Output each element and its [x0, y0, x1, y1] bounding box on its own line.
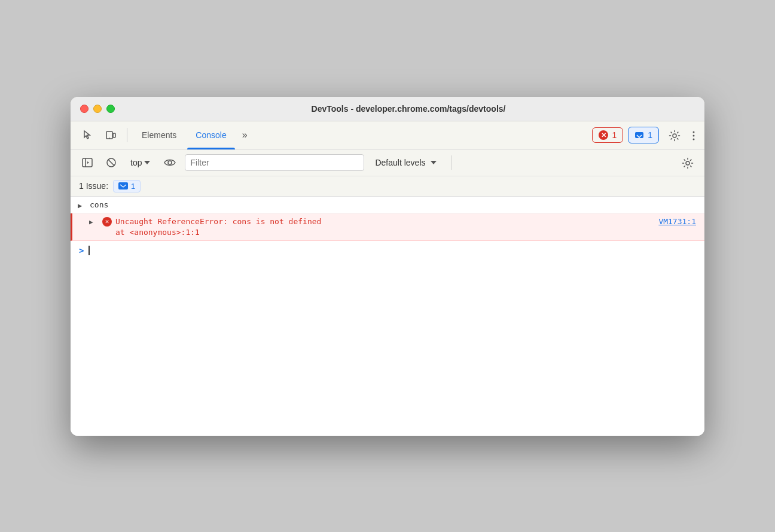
console-prompt: > — [79, 246, 84, 255]
svg-point-4 — [673, 134, 676, 137]
sidebar-icon — [82, 157, 93, 168]
svg-rect-1 — [113, 133, 115, 137]
console-gear-icon — [682, 157, 694, 169]
error-count-button[interactable]: ✕ 1 — [592, 127, 623, 143]
close-button[interactable] — [80, 105, 89, 113]
separator-2 — [451, 155, 451, 170]
svg-line-12 — [108, 160, 114, 166]
levels-dropdown-icon — [431, 161, 437, 164]
traffic-lights — [80, 105, 115, 113]
more-tabs-button[interactable]: » — [237, 126, 252, 144]
console-settings-button[interactable] — [678, 154, 697, 171]
svg-rect-0 — [106, 132, 112, 139]
maximize-button[interactable] — [106, 105, 115, 113]
devtools-window: DevTools - developer.chrome.com/tags/dev… — [71, 97, 704, 436]
console-input-row: > — [71, 241, 704, 260]
error-row-main: ✕ Uncaught ReferenceError: cons is not d… — [102, 217, 696, 227]
block-icon — [106, 157, 117, 168]
svg-point-6 — [693, 134, 695, 136]
cursor-icon — [83, 130, 93, 140]
log-text: cons — [90, 200, 108, 209]
issues-bar: 1 Issue: 1 — [71, 176, 704, 197]
settings-button[interactable] — [664, 125, 685, 145]
svg-marker-10 — [87, 161, 89, 164]
tab-elements[interactable]: Elements — [133, 121, 185, 149]
device-toolbar-button[interactable] — [100, 126, 121, 144]
gear-icon — [669, 130, 681, 142]
error-circle-badge: ✕ — [102, 217, 112, 227]
window-title: DevTools - developer.chrome.com/tags/dev… — [122, 104, 695, 114]
error-expand-icon[interactable]: ▶ — [89, 218, 93, 226]
svg-point-14 — [686, 161, 689, 165]
select-element-button[interactable] — [78, 126, 98, 144]
clear-console-button[interactable] — [102, 154, 121, 171]
error-stack: at <anonymous>:1:1 — [102, 228, 696, 237]
issues-badge-button[interactable]: 1 — [113, 180, 141, 192]
message-count-button[interactable]: 1 — [628, 127, 659, 143]
filter-input[interactable] — [185, 154, 364, 171]
title-bar: DevTools - developer.chrome.com/tags/dev… — [71, 97, 704, 121]
console-cursor — [89, 246, 90, 255]
svg-point-13 — [168, 161, 172, 164]
eye-icon — [164, 158, 176, 167]
svg-point-5 — [693, 131, 695, 133]
console-content: ▶ cons ▶ ✕ Uncaught ReferenceError: cons… — [71, 197, 704, 436]
separator-1 — [127, 128, 127, 142]
error-circle-icon: ✕ — [599, 130, 608, 140]
console-toolbar: top Default levels — [71, 150, 704, 176]
device-icon — [105, 130, 116, 140]
tab-console[interactable]: Console — [187, 121, 234, 149]
more-vertical-icon — [692, 130, 695, 141]
context-selector[interactable]: top — [126, 155, 155, 170]
dropdown-arrow-icon — [144, 161, 150, 164]
error-entry: ▶ ✕ Uncaught ReferenceError: cons is not… — [71, 213, 704, 241]
log-entry-cons: ▶ cons — [71, 197, 704, 213]
expand-arrow-icon[interactable]: ▶ — [78, 201, 82, 210]
error-message-text: Uncaught ReferenceError: cons is not def… — [115, 217, 655, 226]
more-options-button[interactable] — [690, 126, 697, 145]
minimize-button[interactable] — [93, 105, 102, 113]
svg-point-7 — [693, 138, 695, 140]
toggle-sidebar-button[interactable] — [78, 154, 97, 171]
error-source-link[interactable]: VM1731:1 — [658, 217, 696, 226]
log-levels-selector[interactable]: Default levels — [369, 155, 442, 170]
svg-rect-15 — [118, 182, 128, 189]
live-expressions-button[interactable] — [160, 155, 180, 170]
message-icon — [634, 130, 644, 140]
issues-message-icon — [118, 182, 128, 189]
issues-label: 1 Issue: — [79, 181, 108, 191]
main-toolbar: Elements Console » ✕ 1 1 — [71, 121, 704, 150]
